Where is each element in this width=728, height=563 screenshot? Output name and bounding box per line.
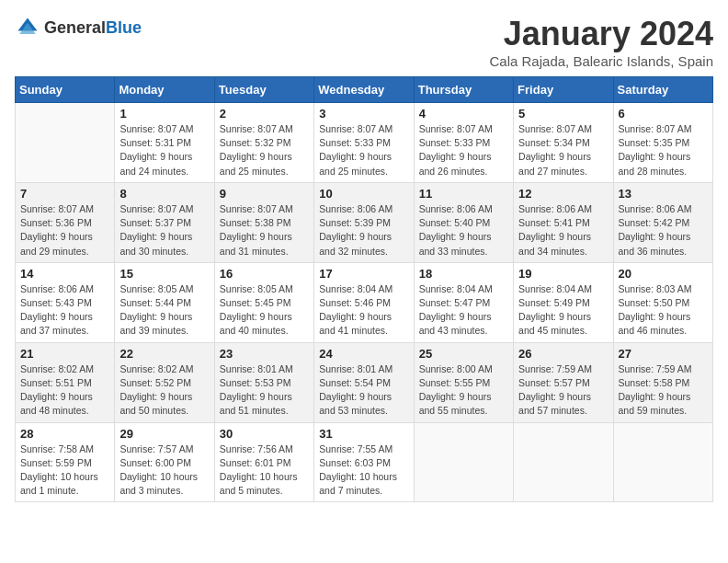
calendar-day-cell: 21Sunrise: 8:02 AMSunset: 5:51 PMDayligh…	[16, 342, 115, 422]
title-block: January 2024 Cala Rajada, Balearic Islan…	[490, 15, 713, 69]
calendar-day-cell: 4Sunrise: 8:07 AMSunset: 5:33 PMDaylight…	[414, 103, 513, 183]
day-number: 10	[319, 187, 408, 201]
day-number: 8	[119, 187, 209, 201]
calendar-day-cell: 20Sunrise: 8:03 AMSunset: 5:50 PMDayligh…	[613, 262, 712, 342]
weekday-header: Thursday	[414, 77, 513, 103]
day-info: Sunrise: 8:06 AMSunset: 5:39 PMDaylight:…	[319, 202, 408, 259]
calendar-day-cell: 28Sunrise: 7:58 AMSunset: 5:59 PMDayligh…	[16, 422, 115, 502]
calendar-title: January 2024	[490, 15, 713, 53]
day-info: Sunrise: 8:07 AMSunset: 5:31 PMDaylight:…	[119, 122, 209, 178]
calendar-week-row: 14Sunrise: 8:06 AMSunset: 5:43 PMDayligh…	[16, 262, 713, 342]
page-header: GeneralBlue January 2024 Cala Rajada, Ba…	[15, 15, 713, 69]
day-number: 21	[20, 347, 109, 361]
day-number: 13	[619, 187, 708, 201]
day-info: Sunrise: 7:59 AMSunset: 5:57 PMDaylight:…	[518, 362, 608, 419]
calendar-day-cell: 10Sunrise: 8:06 AMSunset: 5:39 PMDayligh…	[314, 182, 414, 262]
day-info: Sunrise: 8:07 AMSunset: 5:33 PMDaylight:…	[319, 122, 408, 178]
day-info: Sunrise: 8:05 AMSunset: 5:44 PMDaylight:…	[119, 282, 209, 339]
day-number: 18	[419, 267, 508, 281]
day-info: Sunrise: 8:04 AMSunset: 5:47 PMDaylight:…	[419, 282, 508, 339]
day-number: 1	[119, 107, 209, 121]
day-number: 3	[319, 107, 408, 121]
calendar-day-cell: 29Sunrise: 7:57 AMSunset: 6:00 PMDayligh…	[115, 422, 214, 502]
calendar-day-cell: 18Sunrise: 8:04 AMSunset: 5:47 PMDayligh…	[414, 262, 513, 342]
day-info: Sunrise: 8:06 AMSunset: 5:42 PMDaylight:…	[619, 202, 708, 259]
day-info: Sunrise: 8:04 AMSunset: 5:49 PMDaylight:…	[518, 282, 608, 339]
calendar-week-row: 28Sunrise: 7:58 AMSunset: 5:59 PMDayligh…	[16, 422, 713, 502]
logo-blue-text: Blue	[106, 18, 142, 37]
day-info: Sunrise: 8:06 AMSunset: 5:43 PMDaylight:…	[20, 282, 109, 339]
calendar-day-cell: 2Sunrise: 8:07 AMSunset: 5:32 PMDaylight…	[214, 103, 313, 183]
day-number: 16	[220, 267, 309, 281]
calendar-day-cell	[613, 422, 712, 502]
day-info: Sunrise: 8:07 AMSunset: 5:38 PMDaylight:…	[220, 202, 309, 259]
calendar-day-cell: 22Sunrise: 8:02 AMSunset: 5:52 PMDayligh…	[115, 342, 214, 422]
day-number: 23	[220, 347, 309, 361]
day-number: 24	[319, 347, 408, 361]
calendar-day-cell: 11Sunrise: 8:06 AMSunset: 5:40 PMDayligh…	[414, 182, 513, 262]
day-number: 30	[220, 427, 309, 441]
day-info: Sunrise: 8:07 AMSunset: 5:36 PMDaylight:…	[20, 202, 109, 259]
day-info: Sunrise: 8:01 AMSunset: 5:53 PMDaylight:…	[220, 362, 309, 419]
weekday-header: Friday	[514, 77, 613, 103]
calendar-day-cell: 17Sunrise: 8:04 AMSunset: 5:46 PMDayligh…	[314, 262, 414, 342]
day-number: 22	[119, 347, 209, 361]
day-info: Sunrise: 8:06 AMSunset: 5:41 PMDaylight:…	[518, 202, 608, 259]
day-info: Sunrise: 7:59 AMSunset: 5:58 PMDaylight:…	[619, 362, 708, 419]
day-info: Sunrise: 7:58 AMSunset: 5:59 PMDaylight:…	[20, 442, 109, 499]
weekday-header: Sunday	[16, 77, 115, 103]
calendar-table: SundayMondayTuesdayWednesdayThursdayFrid…	[15, 76, 713, 502]
day-number: 5	[518, 107, 608, 121]
calendar-week-row: 21Sunrise: 8:02 AMSunset: 5:51 PMDayligh…	[16, 342, 713, 422]
day-number: 20	[619, 267, 708, 281]
calendar-day-cell	[514, 422, 613, 502]
logo-icon	[15, 15, 40, 40]
calendar-week-row: 7Sunrise: 8:07 AMSunset: 5:36 PMDaylight…	[16, 182, 713, 262]
day-number: 26	[518, 347, 608, 361]
calendar-day-cell: 8Sunrise: 8:07 AMSunset: 5:37 PMDaylight…	[115, 182, 214, 262]
calendar-location: Cala Rajada, Balearic Islands, Spain	[490, 53, 713, 69]
day-info: Sunrise: 8:07 AMSunset: 5:37 PMDaylight:…	[119, 202, 209, 259]
calendar-day-cell: 15Sunrise: 8:05 AMSunset: 5:44 PMDayligh…	[115, 262, 214, 342]
calendar-day-cell: 14Sunrise: 8:06 AMSunset: 5:43 PMDayligh…	[16, 262, 115, 342]
day-number: 9	[220, 187, 309, 201]
calendar-day-cell	[16, 103, 115, 183]
day-number: 29	[119, 427, 209, 441]
calendar-day-cell: 3Sunrise: 8:07 AMSunset: 5:33 PMDaylight…	[314, 103, 414, 183]
day-number: 17	[319, 267, 408, 281]
day-number: 2	[220, 107, 309, 121]
day-info: Sunrise: 8:07 AMSunset: 5:35 PMDaylight:…	[619, 122, 708, 178]
day-number: 28	[20, 427, 109, 441]
calendar-day-cell: 16Sunrise: 8:05 AMSunset: 5:45 PMDayligh…	[214, 262, 313, 342]
calendar-day-cell: 13Sunrise: 8:06 AMSunset: 5:42 PMDayligh…	[613, 182, 712, 262]
calendar-day-cell: 12Sunrise: 8:06 AMSunset: 5:41 PMDayligh…	[514, 182, 613, 262]
weekday-header: Tuesday	[214, 77, 313, 103]
weekday-header-row: SundayMondayTuesdayWednesdayThursdayFrid…	[16, 77, 713, 103]
day-info: Sunrise: 8:07 AMSunset: 5:33 PMDaylight:…	[419, 122, 508, 178]
day-info: Sunrise: 8:03 AMSunset: 5:50 PMDaylight:…	[619, 282, 708, 339]
calendar-day-cell: 26Sunrise: 7:59 AMSunset: 5:57 PMDayligh…	[514, 342, 613, 422]
day-info: Sunrise: 8:06 AMSunset: 5:40 PMDaylight:…	[419, 202, 508, 259]
day-number: 11	[419, 187, 508, 201]
calendar-day-cell	[414, 422, 513, 502]
weekday-header: Wednesday	[314, 77, 414, 103]
day-number: 27	[619, 347, 708, 361]
day-number: 12	[518, 187, 608, 201]
calendar-day-cell: 5Sunrise: 8:07 AMSunset: 5:34 PMDaylight…	[514, 103, 613, 183]
calendar-day-cell: 24Sunrise: 8:01 AMSunset: 5:54 PMDayligh…	[314, 342, 414, 422]
day-info: Sunrise: 8:05 AMSunset: 5:45 PMDaylight:…	[220, 282, 309, 339]
calendar-week-row: 1Sunrise: 8:07 AMSunset: 5:31 PMDaylight…	[16, 103, 713, 183]
calendar-day-cell: 23Sunrise: 8:01 AMSunset: 5:53 PMDayligh…	[214, 342, 313, 422]
calendar-day-cell: 9Sunrise: 8:07 AMSunset: 5:38 PMDaylight…	[214, 182, 313, 262]
calendar-day-cell: 7Sunrise: 8:07 AMSunset: 5:36 PMDaylight…	[16, 182, 115, 262]
calendar-day-cell: 19Sunrise: 8:04 AMSunset: 5:49 PMDayligh…	[514, 262, 613, 342]
day-info: Sunrise: 8:01 AMSunset: 5:54 PMDaylight:…	[319, 362, 408, 419]
calendar-day-cell: 30Sunrise: 7:56 AMSunset: 6:01 PMDayligh…	[214, 422, 313, 502]
day-number: 25	[419, 347, 508, 361]
logo-general-text: General	[44, 18, 106, 37]
day-info: Sunrise: 7:55 AMSunset: 6:03 PMDaylight:…	[319, 442, 408, 499]
calendar-day-cell: 1Sunrise: 8:07 AMSunset: 5:31 PMDaylight…	[115, 103, 214, 183]
day-number: 15	[119, 267, 209, 281]
calendar-day-cell: 27Sunrise: 7:59 AMSunset: 5:58 PMDayligh…	[613, 342, 712, 422]
day-number: 14	[20, 267, 109, 281]
